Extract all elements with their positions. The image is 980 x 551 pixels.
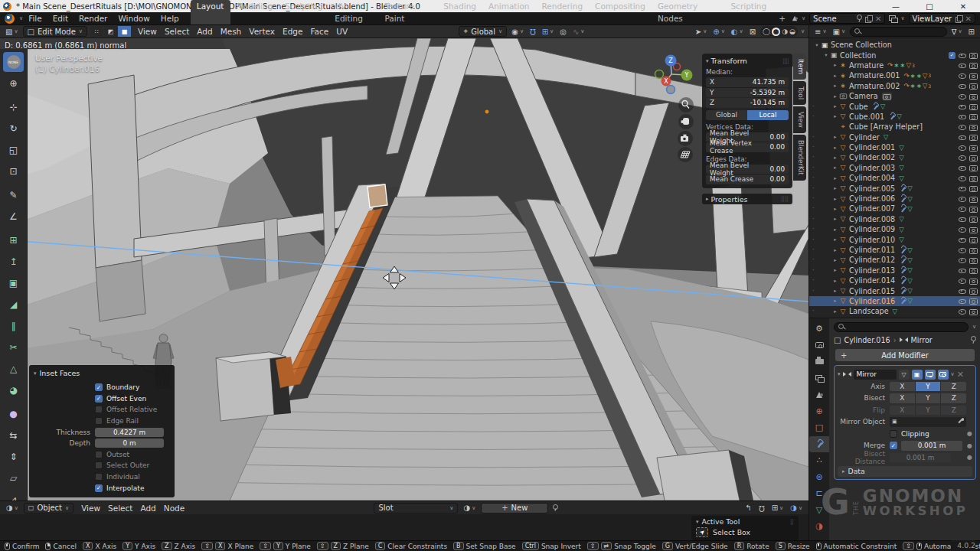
merge-value-field[interactable]: 0.001 m — [901, 441, 962, 451]
hide-viewport-icon[interactable] — [959, 134, 966, 141]
rendered-shading-button[interactable]: ◒ — [789, 28, 795, 35]
eyedropper-icon[interactable] — [956, 418, 964, 425]
boundary-checkbox[interactable]: ✓ — [95, 383, 103, 391]
collapse-icon[interactable]: ▾ — [696, 519, 699, 525]
rip-region-tool[interactable]: ⊿ — [3, 490, 24, 500]
viewport-menu-view[interactable]: View — [134, 27, 161, 36]
disclosure-icon[interactable]: ▸ — [832, 278, 838, 284]
menu-window[interactable]: Window — [113, 12, 155, 24]
hide-viewport-icon[interactable] — [959, 103, 966, 110]
outliner-row-cylinder-003[interactable]: ·▸▽Cylinder.003▽ — [809, 163, 980, 173]
hide-viewport-icon[interactable] — [959, 165, 966, 171]
hide-viewport-icon[interactable] — [959, 123, 966, 130]
workspace-tab-shading[interactable]: Shading — [437, 0, 482, 24]
extrude-region-tool[interactable]: ↥ — [3, 252, 24, 272]
solid-shading-button[interactable]: ● — [772, 28, 780, 36]
viewport-menu-mesh[interactable]: Mesh — [217, 27, 246, 36]
sidebar-tab-tool[interactable]: Tool — [793, 81, 806, 105]
viewport-menu-add[interactable]: Add — [193, 27, 216, 36]
disclosure-icon[interactable]: ▸ — [832, 247, 838, 253]
add-workspace-tab[interactable]: + — [773, 12, 792, 24]
measure-tool[interactable]: ∠ — [3, 207, 24, 227]
data-subpanel[interactable]: ▸ Data — [838, 466, 972, 477]
shrink-fatten-tool[interactable]: ⇕ — [3, 447, 24, 467]
properties-tab-physics[interactable]: ⊚ — [810, 469, 828, 486]
hide-viewport-icon[interactable] — [959, 83, 966, 90]
disclosure-icon[interactable]: ▸ — [832, 288, 838, 294]
hide-viewport-icon[interactable] — [959, 298, 966, 305]
bisect-distance-field[interactable]: 0.001 m — [890, 453, 951, 463]
outliner-row-cube-array-helper-[interactable]: ⌖Cube [Array Helper] — [809, 122, 980, 132]
show-on-cage-toggle[interactable]: ▽ — [899, 370, 910, 380]
outliner-row-camera[interactable]: ▸Camera — [809, 91, 980, 101]
viewport-menu-vertex[interactable]: Vertex — [245, 27, 279, 36]
disable-render-icon[interactable] — [969, 174, 978, 181]
bevel-tool[interactable]: ◢ — [3, 295, 24, 315]
cursor-tool[interactable]: ⊕ — [3, 73, 24, 93]
outliner-row-cylinder-012[interactable]: ·▸▽Cylinder.012▽ — [809, 255, 980, 265]
disclosure-icon[interactable]: ▸ — [832, 206, 838, 212]
add-modifier-button[interactable]: + Add Modifier — [835, 349, 975, 361]
menu-help[interactable]: Help — [155, 12, 185, 24]
hide-viewport-icon[interactable] — [959, 246, 966, 253]
edge-slide-tool[interactable]: ⇆ — [3, 425, 24, 445]
properties-collapsed-panel[interactable]: ▸ Properties ⣿⣿ — [702, 194, 792, 204]
outliner-row-cylinder-011[interactable]: ·▸▽Cylinder.011▽ — [809, 245, 980, 255]
local-button[interactable]: Local — [747, 110, 789, 120]
new-material-button[interactable]: +New — [481, 503, 548, 514]
add-cube-tool[interactable]: ⊞ — [3, 230, 24, 250]
disclosure-icon[interactable]: ▸ — [832, 62, 838, 68]
median-x[interactable]: X41.735 m — [706, 77, 789, 87]
outliner-row-collection[interactable]: ▾▣Collection✓ — [809, 50, 980, 60]
seg-axis-y[interactable]: Y — [916, 382, 942, 392]
disable-render-icon[interactable] — [969, 277, 978, 284]
disable-render-icon[interactable] — [969, 93, 978, 99]
close-button[interactable]: ✕ — [946, 2, 980, 11]
editor-type-button[interactable]: ▧∨ — [4, 28, 20, 36]
workspace-tab-layout[interactable]: Layout — [191, 0, 230, 24]
vertex-select-button[interactable]: ∷ — [90, 26, 103, 37]
menu-edit[interactable]: Edit — [47, 12, 74, 24]
depth-field[interactable]: 0 m — [95, 439, 164, 448]
disclosure-icon[interactable]: ▸ — [832, 73, 838, 79]
spin-tool[interactable]: ◕ — [3, 380, 24, 400]
outliner-row-cylinder[interactable]: ·▸▽Cylinder▽ — [809, 132, 980, 142]
disable-render-icon[interactable] — [969, 144, 978, 151]
seg-flip-z[interactable]: Z — [941, 406, 966, 416]
disclosure-icon[interactable]: ▸ — [832, 134, 838, 140]
maximize-button[interactable]: □ — [913, 2, 946, 11]
editor-type-button[interactable]: ◑∨ — [5, 504, 20, 512]
outliner-row-armature-001[interactable]: ▸∗Armature.001↷∗∗▽3 — [809, 70, 980, 80]
disable-render-icon[interactable] — [969, 83, 978, 90]
new-collection-button[interactable]: ⊞ — [967, 28, 976, 36]
collapse-icon[interactable]: ▾ — [706, 58, 709, 64]
disable-render-icon[interactable] — [969, 226, 978, 233]
menu-file[interactable]: File — [23, 12, 47, 24]
seg-bisect-x[interactable]: X — [890, 393, 916, 403]
hide-viewport-icon[interactable] — [959, 195, 966, 202]
filter-dropdown[interactable]: ∨ — [972, 324, 976, 330]
disable-render-icon[interactable] — [969, 308, 978, 315]
workspace-tab-rendering[interactable]: Rendering — [535, 0, 589, 24]
properties-tab-constraints[interactable]: ⊏ — [810, 485, 828, 502]
material-shading-button[interactable]: ◑ — [782, 28, 788, 35]
shader-menu-select[interactable]: Select — [104, 504, 136, 513]
shader-type-dropdown[interactable]: □ Object ∨ — [24, 503, 74, 514]
delete-modifier-button[interactable]: ✕ — [957, 370, 964, 380]
disclosure-icon[interactable]: ▸ — [832, 267, 838, 273]
disclosure-icon[interactable]: ▸ — [832, 227, 838, 233]
hide-viewport-icon[interactable] — [959, 256, 966, 263]
sidebar-tab-item[interactable]: Item — [793, 54, 806, 80]
shading-options-dropdown[interactable]: ∨ — [801, 28, 805, 34]
breadcrumb-object[interactable]: Cylinder.016 — [844, 336, 890, 344]
new-scene-icon[interactable] — [865, 15, 872, 22]
sidebar-tab-blenderkit[interactable]: BlenderKit — [793, 135, 806, 181]
disable-render-icon[interactable] — [969, 256, 978, 263]
disable-render-icon[interactable] — [969, 52, 978, 59]
outliner-row-cylinder-007[interactable]: ·▸▽Cylinder.007▽ — [809, 204, 980, 214]
disclosure-icon[interactable]: ▸ — [832, 236, 838, 243]
transform-orientation-dropdown[interactable]: ⌖ Global ∨ — [459, 26, 507, 37]
show-in-render-toggle[interactable] — [938, 370, 949, 380]
node-overlays-dropdown[interactable]: ◑∨ — [789, 504, 804, 512]
collapse-icon[interactable]: ▾ — [34, 370, 37, 377]
